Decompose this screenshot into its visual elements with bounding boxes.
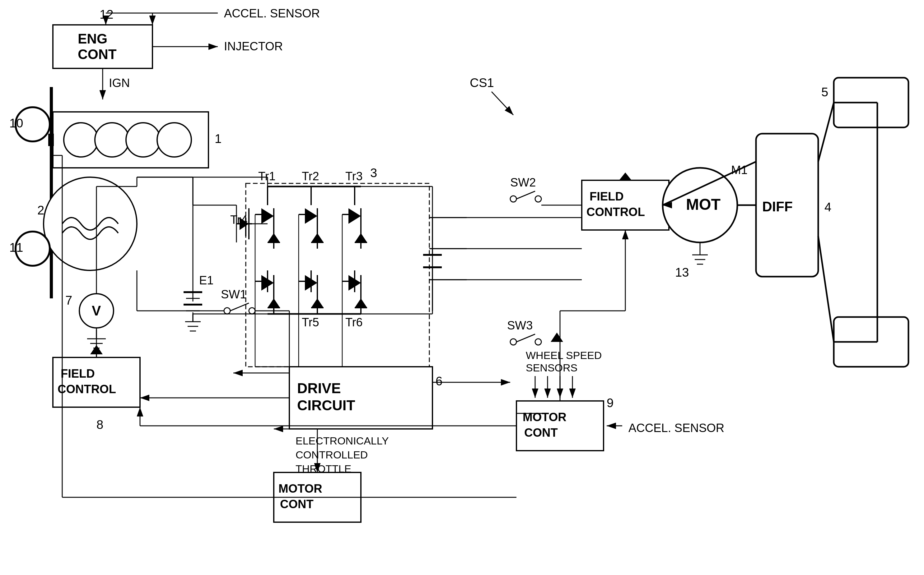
wheel-speed-sensors-label2: SENSORS [526, 362, 577, 373]
tr3-label: Tr3 [345, 170, 363, 183]
svg-point-89 [535, 339, 541, 345]
tr2-label: Tr2 [302, 170, 319, 183]
ref-2: 2 [37, 203, 44, 217]
field-control-right-box [582, 180, 669, 230]
tr1-label: Tr1 [258, 170, 276, 183]
drive-circuit-label2: CIRCUIT [297, 397, 355, 413]
ref-12: 12 [100, 8, 113, 21]
sw1-label: SW1 [221, 288, 246, 301]
ref-1: 1 [215, 132, 221, 145]
ect-label3: THROTTLE [296, 463, 351, 475]
ref-11: 11 [10, 241, 23, 254]
field-control-left-box [53, 357, 140, 407]
cs1-label: CS1 [470, 76, 494, 89]
drive-circuit-label1: DRIVE [297, 380, 341, 396]
generator-circle [43, 177, 137, 270]
wheel-speed-sensors-label1: WHEEL SPEED [526, 349, 602, 361]
field-control-right-label2: CONTROL [586, 205, 645, 219]
diff-label: DIFF [762, 199, 793, 214]
ref-4: 4 [824, 200, 831, 214]
ect-label2: CONTROLLED [296, 449, 368, 461]
eng-cont-label: ENG [78, 31, 107, 46]
svg-rect-3 [0, 0, 924, 575]
svg-point-12 [126, 123, 160, 157]
field-control-left-label2: CONTROL [57, 383, 116, 396]
motor-cont-label1: MOTOR [279, 482, 322, 495]
svg-point-13 [157, 123, 191, 157]
accel-sensor-label-top: ACCEL. SENSOR [224, 7, 320, 20]
ref-6: 6 [436, 374, 442, 388]
ect-label1: ELECTRONICALLY [296, 435, 389, 446]
e1-label: E1 [199, 274, 213, 287]
ref-5: 5 [821, 85, 828, 99]
circuit-diagram: ENG CONT 12 ACCEL. SENSOR INJECTOR IGN 1… [0, 0, 924, 575]
motor-cont-main-label2: CONT [524, 426, 558, 439]
svg-point-11 [95, 123, 129, 157]
sw2-label: SW2 [510, 176, 536, 189]
sw3-label: SW3 [507, 319, 533, 332]
ign-label: IGN [109, 76, 130, 89]
motor-cont-main-box [516, 401, 604, 451]
motor-cont-main-label1: MOTOR [523, 411, 567, 424]
svg-point-86 [535, 196, 541, 202]
main-shaft [50, 87, 53, 299]
ref-13: 13 [675, 265, 689, 279]
ref-7: 7 [65, 294, 72, 307]
tr5-label: Tr5 [302, 316, 319, 329]
svg-point-85 [510, 196, 516, 202]
eng-cont-label2: CONT [78, 47, 117, 62]
svg-point-83 [249, 308, 255, 314]
field-control-left-label1: FIELD [61, 367, 95, 380]
svg-point-82 [224, 308, 230, 314]
ref-8: 8 [96, 418, 103, 431]
ref-9: 9 [607, 396, 613, 410]
tr6-label: Tr6 [345, 316, 363, 329]
svg-point-88 [510, 339, 516, 345]
motor-cont-label2: CONT [280, 497, 314, 511]
mot-label: MOT [686, 196, 720, 213]
ref-10: 10 [10, 116, 23, 130]
injector-label: INJECTOR [224, 40, 283, 53]
svg-point-10 [64, 123, 98, 157]
diagram-container: ENG CONT 12 ACCEL. SENSOR INJECTOR IGN 1… [0, 0, 924, 575]
ref-3: 3 [370, 166, 377, 179]
accel-sensor-right-label: ACCEL. SENSOR [628, 421, 724, 435]
field-control-right-label1: FIELD [589, 190, 624, 203]
v-label: V [92, 303, 101, 318]
